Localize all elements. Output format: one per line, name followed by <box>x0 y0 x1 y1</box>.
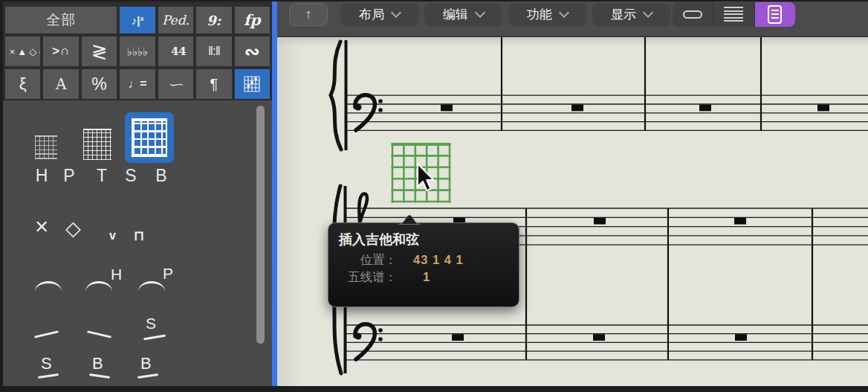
slur-pair-icon: ⌣⌢ <box>169 77 182 91</box>
slide-up-icon[interactable] <box>34 330 59 338</box>
slur-icon[interactable] <box>35 281 62 292</box>
slide-down-icon[interactable] <box>87 330 111 338</box>
repeat-barline-icon: ‖:‖ <box>208 44 220 59</box>
dynamics-fp-icon: fp <box>244 11 261 29</box>
palette-tempo[interactable]: ♩= <box>120 69 155 99</box>
functions-menu-label: 功能 <box>527 6 552 23</box>
chevron-down-icon <box>391 7 401 18</box>
bend-B2-label[interactable]: B <box>140 354 152 373</box>
pull-off-label: P <box>163 265 173 283</box>
palette-hairpins[interactable]: ≷ <box>82 36 117 66</box>
score-notation <box>346 37 868 373</box>
chord-grid-icon <box>244 76 260 92</box>
letter-P[interactable]: P <box>61 166 77 186</box>
rest-icon: ξ <box>19 74 27 94</box>
chord-grid-large-button[interactable] <box>125 112 174 163</box>
up-arrow-icon: ↑ <box>305 7 312 22</box>
palette-filter-all[interactable]: 全部 <box>5 7 117 33</box>
window-border-bottom <box>0 386 868 392</box>
go-up-button[interactable]: ↑ <box>289 3 328 26</box>
wrapped-view-icon <box>724 7 743 23</box>
chord-grid-medium-button[interactable] <box>83 129 111 160</box>
bend-B1-line <box>89 373 110 379</box>
whole-rest <box>441 105 453 112</box>
view-mode-segmented-control <box>673 2 795 27</box>
tempo-icon: ♩= <box>128 77 146 91</box>
system2-bass-clef <box>355 324 383 359</box>
slide-S2-line <box>38 373 59 379</box>
letter-S[interactable]: S <box>123 166 139 186</box>
whole-rest <box>735 334 747 341</box>
edit-menu-label: 编辑 <box>443 6 468 23</box>
chevron-down-icon <box>643 7 653 18</box>
palette-chord-grid[interactable] <box>235 69 270 99</box>
edit-menu[interactable]: 编辑 <box>424 3 502 26</box>
letter-T[interactable]: T <box>94 166 110 186</box>
hammer-on-slur-icon[interactable] <box>85 281 112 292</box>
view-menu-label: 显示 <box>611 6 636 23</box>
up-bow-icon[interactable]: v <box>109 229 116 242</box>
palette-tuplet[interactable]: ♪|³ <box>120 7 155 33</box>
tooltip-notch <box>398 214 421 225</box>
staff-value: 1 <box>423 269 430 286</box>
hammer-on-label: H <box>111 266 122 283</box>
whole-rest <box>452 334 464 341</box>
layout-menu-label: 布局 <box>359 6 384 23</box>
pull-off-slur-icon[interactable] <box>138 281 165 292</box>
panel-divider[interactable] <box>272 0 277 392</box>
palette-bass-clef[interactable]: 9: <box>196 7 231 33</box>
palette-pilcrow[interactable]: ¶ <box>196 69 231 99</box>
pilcrow-icon: ¶ <box>210 76 218 93</box>
functions-menu[interactable]: 功能 <box>508 3 586 26</box>
filter-all-label: 全部 <box>46 10 76 30</box>
palette-rest[interactable]: ξ <box>5 69 40 99</box>
trill-ornament-icon: ∾ <box>244 41 260 62</box>
position-label: 位置： <box>328 251 397 269</box>
tuplet-icon: ♪|³ <box>132 14 144 27</box>
palette-time-signature[interactable]: 44 <box>158 36 193 66</box>
palette-repeat-barlines[interactable]: ‖:‖ <box>196 36 231 66</box>
slide-s-label[interactable]: S <box>146 315 156 332</box>
palette-trill[interactable]: ∾ <box>235 36 270 66</box>
page-view-icon <box>768 5 782 24</box>
diamond-notehead-icon[interactable]: ◇ <box>65 216 81 240</box>
letter-B[interactable]: B <box>153 166 169 186</box>
score-canvas[interactable] <box>277 37 868 386</box>
noteheads-icon: ×▲◇● <box>10 47 36 57</box>
position-value: 43 1 4 1 <box>413 251 464 269</box>
view-menu[interactable]: 显示 <box>592 3 670 26</box>
whole-rest <box>594 218 606 225</box>
chord-grid-small-button[interactable] <box>35 135 57 159</box>
window-border-left <box>0 0 3 392</box>
tooltip-title: 插入吉他和弦 <box>339 231 519 248</box>
layout-menu[interactable]: 布局 <box>340 3 418 26</box>
bend-B1-label[interactable]: B <box>92 354 103 373</box>
part-box-palette: 全部 ♪|³ Ped. 9: fp ×▲◇● >∩ ≷ ♭♭♭♭ 44 ‖:‖ … <box>3 1 272 100</box>
palette-articulations[interactable]: >∩ <box>43 36 78 66</box>
palette-segno[interactable]: % <box>82 69 117 99</box>
window-border-top <box>0 0 868 1</box>
palette-text[interactable]: A <box>43 69 78 99</box>
palette-noteheads[interactable]: ×▲◇● <box>5 36 40 66</box>
down-bow-icon[interactable]: ⊓ <box>134 228 144 244</box>
x-notehead-icon[interactable]: × <box>35 213 48 240</box>
segno-repeat-icon: % <box>91 74 106 94</box>
palette-slurs[interactable]: ⌣⌢ <box>158 69 193 99</box>
whole-rest <box>593 334 605 341</box>
time-signature-icon: 44 <box>171 47 181 57</box>
bass-clef-icon: 9: <box>207 13 221 28</box>
pedal-icon: Ped. <box>162 13 190 28</box>
palette-dynamics[interactable]: fp <box>235 7 270 33</box>
linear-view-button[interactable] <box>673 2 713 27</box>
wrapped-view-button[interactable] <box>713 2 754 27</box>
articulations-icon: >∩ <box>52 44 70 59</box>
palette-accidentals[interactable]: ♭♭♭♭ <box>120 36 155 66</box>
part-box-scrollbar[interactable] <box>256 106 265 344</box>
letter-H[interactable]: H <box>33 166 50 186</box>
page-view-button[interactable] <box>755 2 795 27</box>
slide-S2-label[interactable]: S <box>41 354 52 373</box>
insert-tooltip: 插入吉他和弦 位置： 43 1 4 1 五线谱： 1 <box>328 222 519 307</box>
whole-rest <box>817 105 829 112</box>
accidentals-icon: ♭♭♭♭ <box>126 47 149 57</box>
palette-pedal[interactable]: Ped. <box>158 7 193 33</box>
